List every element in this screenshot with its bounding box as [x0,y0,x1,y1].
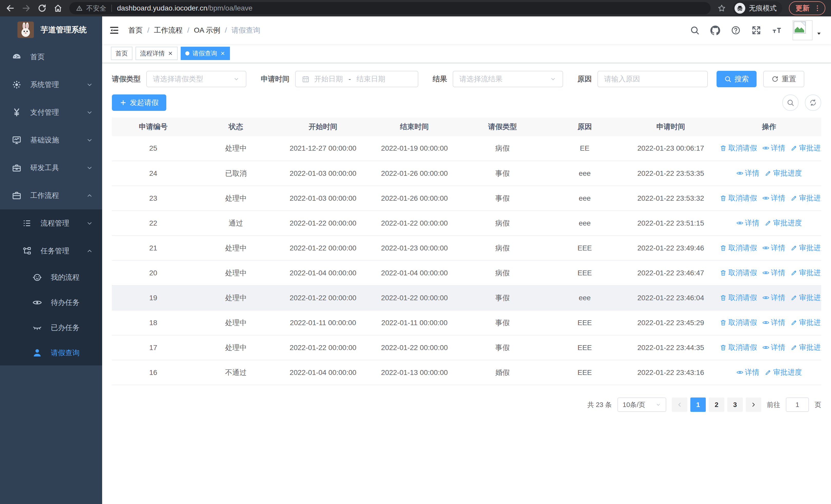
tab-请假查询[interactable]: 请假查询 [181,47,230,60]
sidebar-collapse-icon[interactable] [109,25,120,36]
apply-time-range-picker[interactable]: 开始日期 - 结束日期 [295,71,418,87]
approval-progress-link[interactable]: 审批进度 [791,268,821,278]
approval-progress-link[interactable]: 审批进度 [791,143,821,153]
sidebar-item-system-management[interactable]: 系统管理 [0,71,102,98]
sidebar-item-infrastructure[interactable]: 基础设施 [0,126,102,154]
bookmark-star-icon[interactable] [717,4,726,12]
url-text: dashboard.yudao.iocoder.cn/bpm/oa/leave [117,4,253,12]
chevron-down-icon [86,137,93,144]
sidebar-item-leave-query[interactable]: 请假查询 [0,340,102,365]
sidebar-item-label: 支付管理 [30,108,59,117]
detail-link[interactable]: 详情 [736,367,760,377]
face-icon [32,272,42,282]
approval-progress-link[interactable]: 审批进度 [765,218,802,228]
approval-progress-link[interactable]: 审批进度 [765,168,802,178]
create-leave-button[interactable]: 发起请假 [112,94,166,111]
trash-icon [720,244,727,251]
browser-forward-icon[interactable] [22,4,31,13]
detail-link[interactable]: 详情 [762,268,785,278]
page-size-select[interactable]: 10条/页 [618,397,666,412]
cancel-leave-link[interactable]: 取消请假 [720,318,757,327]
cell-applied: 2022-01-22 23:45:29 [624,310,717,335]
user-avatar-menu[interactable] [793,20,822,40]
create-leave-label: 发起请假 [130,98,159,108]
cell-start: 2022-01-04 00:00:00 [277,261,369,285]
cell-applied: 2022-01-23 00:06:17 [624,136,717,161]
breadcrumb-item[interactable]: 工作流程 [154,25,183,35]
page-button-2[interactable]: 2 [709,397,724,412]
help-icon[interactable] [731,25,741,35]
detail-link[interactable]: 详情 [762,243,785,253]
cancel-leave-link[interactable]: 取消请假 [720,243,757,253]
sidebar-item-dev-tools[interactable]: 研发工具 [0,154,102,182]
font-size-icon[interactable] [772,25,782,35]
leave-type-select[interactable]: 请选择请假类型 [146,71,247,87]
sidebar-item-payment-management[interactable]: 支付管理 [0,98,102,126]
approval-progress-link[interactable]: 审批进度 [791,243,821,253]
search-button[interactable]: 搜索 [717,71,756,87]
detail-link[interactable]: 详情 [736,168,760,178]
action-label: 取消请假 [728,318,757,327]
sidebar-item-home[interactable]: 首页 [0,43,102,71]
sidebar-item-workflow[interactable]: 工作流程 [0,182,102,209]
detail-link[interactable]: 详情 [762,318,785,327]
app-logo-row[interactable]: 芋道管理系统 [0,17,102,43]
list-icon [22,218,32,228]
browser-menu-icon[interactable] [813,4,821,12]
detail-link[interactable]: 详情 [762,193,785,203]
github-icon[interactable] [710,25,720,35]
reset-button[interactable]: 重置 [763,71,804,87]
page-button-3[interactable]: 3 [727,397,743,412]
detail-link[interactable]: 详情 [736,218,760,228]
monitor-icon [12,135,22,145]
sidebar-item-my-process[interactable]: 我的流程 [0,265,102,290]
browser-back-icon[interactable] [6,4,15,13]
action-label: 审批进度 [799,268,821,278]
approval-progress-link[interactable]: 审批进度 [765,367,802,377]
cancel-leave-link[interactable]: 取消请假 [720,143,757,153]
goto-page-input[interactable] [786,397,809,412]
detail-link[interactable]: 详情 [762,293,785,302]
result-select[interactable]: 请选择流结果 [453,71,563,87]
eye-icon [762,344,769,351]
detail-link[interactable]: 详情 [762,343,785,352]
fullscreen-icon[interactable] [751,25,761,35]
detail-link[interactable]: 详情 [762,143,785,153]
refresh-table-button[interactable] [805,94,821,111]
reason-input[interactable]: 请输入原因 [598,71,708,87]
cell-end: 2022-01-26 00:00:00 [369,161,460,186]
tab-流程详情[interactable]: 流程详情 [136,47,178,60]
search-icon[interactable] [690,25,699,35]
chevron-up-icon [86,192,93,199]
browser-update-button[interactable]: 更新 [789,1,825,15]
sidebar-item-done-tasks[interactable]: 已办任务 [0,315,102,340]
sidebar-item-process-management[interactable]: 流程管理 [0,209,102,237]
cell-actions: 取消请假详情审批进度 [717,261,821,285]
browser-reload-icon[interactable] [37,4,47,13]
cancel-leave-link[interactable]: 取消请假 [720,343,757,352]
cancel-leave-link[interactable]: 取消请假 [720,268,757,278]
approval-progress-link[interactable]: 审批进度 [791,318,821,327]
action-label: 详情 [745,367,760,377]
approval-progress-link[interactable]: 审批进度 [791,193,821,203]
cancel-leave-link[interactable]: 取消请假 [720,193,757,203]
cell-status: 已取消 [195,161,277,186]
sidebar-item-todo-tasks[interactable]: 待办任务 [0,290,102,315]
cell-actions: 取消请假详情审批进度 [717,236,821,261]
approval-progress-link[interactable]: 审批进度 [791,343,821,352]
toggle-search-button[interactable] [782,94,799,111]
page-button-1[interactable]: 1 [690,397,706,412]
breadcrumb-item[interactable]: 首页 [128,25,143,35]
cancel-leave-link[interactable]: 取消请假 [720,293,757,302]
total-count-label: 共 23 条 [588,400,612,409]
approval-progress-link[interactable]: 审批进度 [791,293,821,302]
browser-home-icon[interactable] [53,4,63,13]
search-icon [724,76,732,83]
address-bar[interactable]: 不安全 dashboard.yudao.iocoder.cn/bpm/oa/le… [69,2,711,14]
prev-page-button[interactable] [672,397,687,412]
action-label: 审批进度 [773,218,802,228]
breadcrumb-item[interactable]: OA 示例 [194,25,221,35]
next-page-button[interactable] [746,397,761,412]
tab-首页[interactable]: 首页 [111,47,133,60]
sidebar-item-task-management[interactable]: 任务管理 [0,237,102,265]
